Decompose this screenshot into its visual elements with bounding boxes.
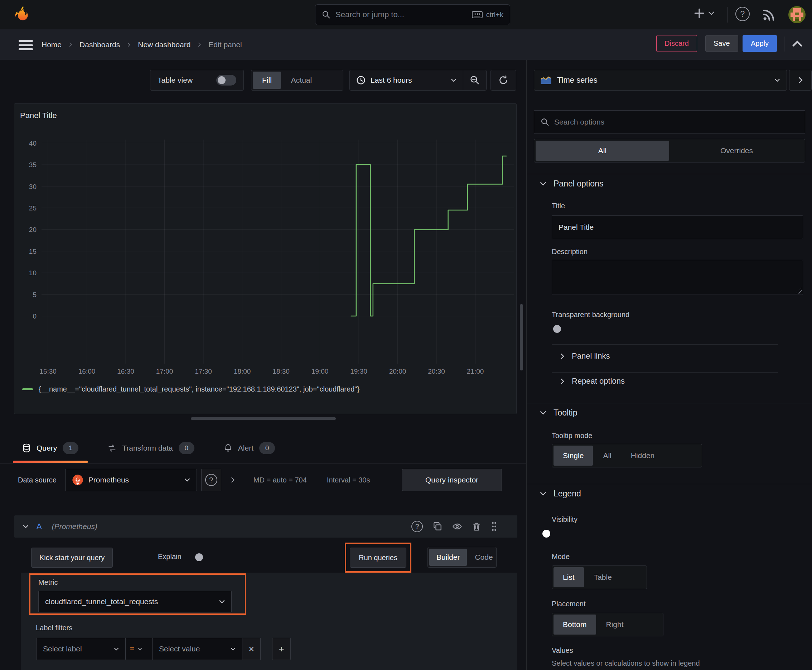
menu-toggle-button[interactable] bbox=[19, 40, 33, 50]
actual-option[interactable]: Actual bbox=[282, 71, 321, 89]
chevron-down-icon bbox=[185, 478, 190, 482]
tab-alert-label: Alert bbox=[238, 444, 253, 452]
chevron-right-icon bbox=[560, 378, 565, 385]
breadcrumb-home[interactable]: Home bbox=[42, 41, 61, 49]
query-help-icon[interactable]: ? bbox=[411, 521, 423, 532]
discard-button[interactable]: Discard bbox=[656, 35, 697, 52]
help-button[interactable]: ? bbox=[736, 7, 750, 21]
collapse-panel-chevron-up-icon[interactable] bbox=[792, 40, 803, 47]
tab-transform-data[interactable]: Transform data 0 bbox=[98, 433, 204, 463]
nav-divider bbox=[784, 37, 785, 52]
chevron-right-icon bbox=[126, 42, 131, 47]
hide-response-eye-icon[interactable] bbox=[452, 522, 462, 531]
datasource-picker[interactable]: Prometheus bbox=[65, 469, 197, 491]
refresh-button[interactable] bbox=[490, 70, 516, 91]
metric-annotation: Metric cloudflared_tunnel_total_requests bbox=[29, 574, 246, 615]
tab-overrides[interactable]: Overrides bbox=[670, 140, 804, 161]
visibility-label: Visibility bbox=[552, 515, 578, 524]
query-row-header[interactable]: A (Prometheus) ? bbox=[14, 515, 517, 538]
tabs-border bbox=[0, 463, 526, 464]
chevron-down-icon bbox=[138, 648, 142, 650]
builder-option[interactable]: Builder bbox=[429, 549, 467, 566]
chevron-right-icon bbox=[197, 42, 202, 47]
svg-text:18:00: 18:00 bbox=[234, 367, 251, 375]
legend-placement-right[interactable]: Right bbox=[597, 614, 633, 634]
metric-select[interactable]: cloudflared_tunnel_total_requests bbox=[38, 591, 232, 612]
explain-label: Explain bbox=[158, 553, 181, 561]
breadcrumb-dashboards[interactable]: Dashboards bbox=[80, 41, 120, 49]
section-repeat-options[interactable]: Repeat options bbox=[560, 377, 625, 386]
news-rss-icon[interactable] bbox=[762, 8, 775, 22]
time-series-chart[interactable]: 051015202530354015:3016:0016:3017:0017:3… bbox=[14, 132, 517, 383]
breadcrumb: Home Dashboards New dashboard Edit panel bbox=[42, 29, 242, 60]
apply-button[interactable]: Apply bbox=[742, 35, 777, 52]
global-search-input[interactable]: Search or jump to... ctrl+k bbox=[315, 4, 510, 25]
operator-dropdown[interactable]: = bbox=[125, 638, 153, 660]
code-option[interactable]: Code bbox=[468, 549, 500, 566]
legend-values-label: Values bbox=[552, 646, 573, 655]
scrollbar-thumb[interactable] bbox=[520, 304, 523, 371]
table-view-label: Table view bbox=[158, 76, 193, 85]
chevron-right-icon[interactable] bbox=[231, 477, 235, 483]
resize-grip-icon[interactable] bbox=[796, 288, 802, 293]
add-filter-button[interactable]: + bbox=[272, 638, 291, 660]
title-label: Title bbox=[552, 202, 565, 210]
max-data-points-stat: MD = auto = 704 bbox=[253, 476, 307, 484]
new-menu-button[interactable] bbox=[694, 8, 715, 19]
legend-values-description: Select values or calculations to show in… bbox=[552, 659, 700, 668]
chevron-down-icon bbox=[708, 11, 715, 15]
save-button[interactable]: Save bbox=[705, 35, 738, 52]
query-ref-id: A bbox=[37, 522, 42, 531]
tab-transform-badge: 0 bbox=[179, 442, 194, 454]
legend-mode-table[interactable]: Table bbox=[585, 567, 621, 587]
legend-header: Legend bbox=[554, 489, 581, 499]
section-legend[interactable]: Legend bbox=[540, 489, 581, 499]
kick-start-query-button[interactable]: Kick start your query bbox=[31, 548, 113, 568]
chevron-down-icon bbox=[540, 182, 546, 186]
section-panel-links[interactable]: Panel links bbox=[560, 352, 610, 361]
svg-text:20:30: 20:30 bbox=[428, 367, 445, 375]
fill-option[interactable]: Fill bbox=[253, 71, 281, 89]
tooltip-mode-all[interactable]: All bbox=[593, 446, 620, 465]
tab-query-badge: 1 bbox=[63, 442, 78, 454]
grafana-logo-icon[interactable] bbox=[13, 5, 32, 24]
toggle-viz-suggestions-button[interactable] bbox=[789, 70, 812, 91]
svg-text:20:00: 20:00 bbox=[389, 367, 406, 375]
question-icon: ? bbox=[736, 7, 750, 21]
section-panel-options[interactable]: Panel options bbox=[540, 179, 603, 189]
select-label-dropdown[interactable]: Select label bbox=[36, 638, 125, 660]
tab-alert[interactable]: Alert 0 bbox=[214, 433, 284, 463]
description-textarea[interactable] bbox=[552, 260, 803, 295]
legend-mode-list[interactable]: List bbox=[554, 567, 584, 587]
table-view-toggle[interactable] bbox=[216, 75, 236, 86]
tooltip-mode-single[interactable]: Single bbox=[554, 446, 593, 465]
tab-all[interactable]: All bbox=[536, 140, 669, 161]
interval-stat: Interval = 30s bbox=[327, 476, 370, 484]
zoom-out-button[interactable] bbox=[463, 70, 486, 90]
chevron-down-icon bbox=[775, 78, 780, 82]
breadcrumb-new-dashboard[interactable]: New dashboard bbox=[138, 41, 190, 49]
chevron-down-icon bbox=[219, 600, 225, 604]
drag-handle-icon[interactable] bbox=[491, 521, 497, 531]
delete-query-trash-icon[interactable] bbox=[472, 522, 481, 531]
panel-title-input[interactable] bbox=[552, 215, 803, 239]
user-avatar[interactable] bbox=[788, 6, 805, 23]
visualization-picker[interactable]: Time series bbox=[534, 70, 787, 91]
legend-placement-bottom[interactable]: Bottom bbox=[554, 614, 596, 634]
search-options-field[interactable]: Search options bbox=[534, 110, 805, 134]
pane-resize-handle[interactable] bbox=[191, 417, 336, 420]
duplicate-query-icon[interactable] bbox=[433, 522, 442, 531]
remove-filter-button[interactable]: × bbox=[242, 638, 261, 660]
svg-text:10: 10 bbox=[29, 269, 37, 277]
chevron-down-icon[interactable] bbox=[23, 524, 29, 528]
tooltip-mode-hidden[interactable]: Hidden bbox=[622, 446, 664, 465]
tab-query[interactable]: Query 1 bbox=[13, 433, 88, 463]
datasource-help-button[interactable]: ? bbox=[201, 469, 221, 491]
select-value-dropdown[interactable]: Select value bbox=[152, 638, 242, 660]
section-tooltip[interactable]: Tooltip bbox=[540, 408, 577, 418]
query-inspector-button[interactable]: Query inspector bbox=[402, 469, 502, 491]
chevron-right-icon bbox=[560, 353, 565, 360]
run-queries-button[interactable]: Run queries bbox=[350, 548, 406, 568]
chart-legend[interactable]: {__name__="cloudflared_tunnel_total_requ… bbox=[22, 385, 359, 393]
time-range-picker[interactable]: Last 6 hours bbox=[350, 70, 463, 90]
